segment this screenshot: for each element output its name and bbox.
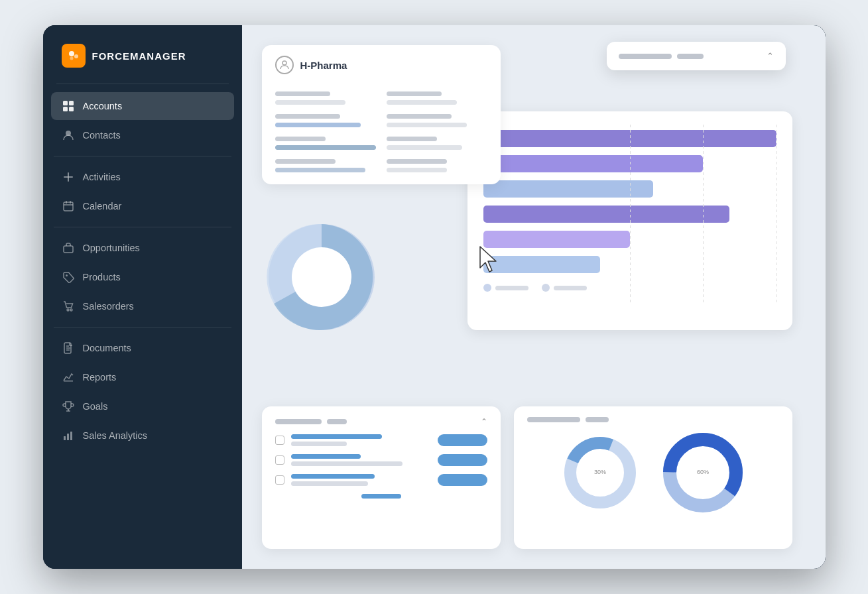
sidebar-item-products[interactable]: Products — [51, 263, 234, 291]
account-fields-right — [387, 91, 487, 172]
svg-rect-6 — [69, 107, 74, 111]
person-icon — [62, 129, 75, 142]
logo-area: FORCEMANAGER — [43, 25, 242, 84]
svg-point-15 — [66, 274, 68, 276]
sidebar-nav: Accounts Contacts — [43, 92, 242, 569]
account-fields-left — [275, 91, 376, 172]
bar-chart-inner — [483, 125, 776, 317]
sidebar-label-activities: Activities — [83, 172, 121, 182]
dropdown-popup: ⌃ — [607, 42, 786, 70]
sidebar-item-documents[interactable]: Documents — [51, 334, 234, 362]
chart-icon — [62, 371, 75, 384]
svg-point-28 — [282, 61, 286, 65]
checklist-item-1 — [275, 434, 487, 446]
sidebar-label-accounts: Accounts — [83, 101, 123, 111]
svg-rect-26 — [67, 434, 69, 440]
sidebar-label-documents: Documents — [83, 343, 131, 353]
sidebar-item-sales-analytics[interactable]: Sales Analytics — [51, 422, 234, 449]
chevron-up-icon: ⌃ — [767, 51, 774, 61]
svg-point-17 — [70, 309, 72, 311]
svg-rect-25 — [64, 436, 66, 440]
sidebar-divider-2 — [54, 227, 231, 227]
account-card-header: H-Pharma — [262, 45, 501, 82]
checklist-chevron-icon: ⌃ — [481, 417, 487, 426]
checklist-item-3 — [275, 474, 487, 486]
bar-chart-icon — [62, 429, 75, 442]
donut-chart-card: 30% 60% — [514, 406, 792, 549]
grid-icon — [62, 99, 75, 113]
calendar-icon — [62, 200, 75, 213]
cart-icon — [62, 300, 75, 313]
sidebar-item-salesorders[interactable]: Salesorders — [51, 292, 234, 320]
sidebar-item-reports[interactable]: Reports — [51, 363, 234, 391]
plus-cross-icon — [62, 170, 75, 184]
donut-charts-area: 30% 60% — [527, 433, 779, 512]
svg-rect-9 — [64, 176, 73, 178]
sidebar-item-goals[interactable]: Goals — [51, 392, 234, 420]
svg-rect-14 — [64, 246, 73, 253]
svg-point-16 — [67, 309, 69, 311]
svg-point-31 — [292, 247, 351, 307]
sidebar-label-calendar: Calendar — [83, 201, 122, 211]
sidebar-label-salesorders: Salesorders — [83, 301, 134, 312]
sidebar-label-products: Products — [83, 272, 121, 282]
trophy-icon — [62, 400, 75, 413]
sidebar-label-goals: Goals — [83, 401, 108, 412]
sidebar-label-contacts: Contacts — [83, 130, 121, 141]
sidebar-item-opportunities[interactable]: Opportunities — [51, 234, 234, 262]
checklist-card: ⌃ — [262, 406, 501, 549]
svg-rect-22 — [64, 381, 73, 382]
sidebar-divider-1 — [54, 156, 231, 156]
main-content: H-Pharma — [242, 25, 826, 569]
account-company-name: H-Pharma — [300, 60, 347, 71]
svg-rect-27 — [70, 432, 72, 440]
sidebar-item-accounts[interactable]: Accounts — [51, 92, 234, 120]
svg-rect-5 — [63, 107, 68, 111]
sidebar-item-activities[interactable]: Activities — [51, 163, 234, 191]
donut-2: 60% — [663, 433, 743, 512]
svg-point-1 — [74, 54, 78, 58]
sidebar-item-contacts[interactable]: Contacts — [51, 121, 234, 149]
sidebar-label-opportunities: Opportunities — [83, 243, 140, 253]
account-avatar — [275, 56, 294, 74]
svg-point-0 — [69, 51, 74, 56]
sidebar-label-reports: Reports — [83, 372, 117, 383]
checklist-header: ⌃ — [275, 417, 487, 426]
dropdown-popup-header: ⌃ — [619, 51, 774, 61]
sidebar-item-calendar[interactable]: Calendar — [51, 192, 234, 220]
logo-text: FORCEMANAGER — [92, 50, 186, 62]
sidebar: FORCEMANAGER Accounts — [43, 25, 242, 569]
checklist-item-2 — [275, 454, 487, 466]
sidebar-divider-top — [56, 84, 229, 84]
svg-text:30%: 30% — [593, 469, 605, 475]
doc-icon — [62, 341, 75, 355]
svg-rect-10 — [64, 202, 73, 211]
briefcase-icon — [62, 241, 75, 255]
app-wrapper: FORCEMANAGER Accounts — [43, 25, 826, 569]
donut-card-header — [527, 417, 779, 422]
pie-chart-svg — [262, 217, 381, 337]
svg-text:60%: 60% — [696, 469, 708, 475]
logo-icon — [62, 44, 86, 68]
donut-1: 30% — [564, 436, 637, 509]
svg-rect-3 — [63, 101, 68, 105]
sidebar-label-sales-analytics: Sales Analytics — [83, 430, 148, 441]
bar-chart-card — [467, 111, 792, 330]
account-card-body — [262, 82, 501, 184]
account-card: H-Pharma — [262, 45, 501, 184]
pie-area — [262, 217, 474, 377]
tag-icon — [62, 270, 75, 284]
svg-rect-4 — [69, 101, 74, 105]
sidebar-divider-3 — [54, 327, 231, 327]
svg-point-2 — [70, 57, 73, 60]
